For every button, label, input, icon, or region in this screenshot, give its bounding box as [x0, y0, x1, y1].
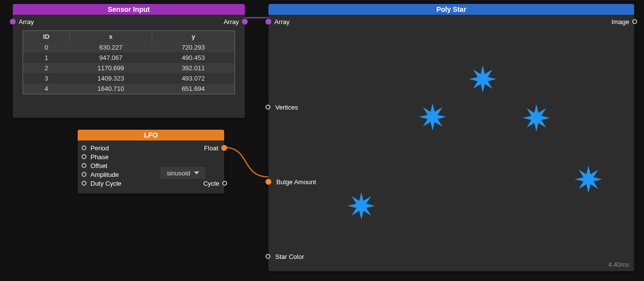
table-row: 31409.323493.072 — [23, 73, 234, 84]
port-label: Array — [221, 18, 242, 26]
table-cell: 2 — [23, 63, 70, 73]
port-vertices-in[interactable] — [265, 105, 270, 110]
port-offset-in[interactable] — [82, 163, 87, 168]
node-sensor-input[interactable]: Sensor Input Array Array ID x y — [13, 4, 245, 118]
port-float-out[interactable] — [221, 145, 227, 151]
star-icon — [468, 64, 498, 94]
node-poly-star[interactable]: Poly Star Array Image Vertices Bulge Amo… — [268, 4, 634, 271]
svg-marker-3 — [523, 104, 550, 132]
port-label: Period — [87, 144, 109, 152]
table-cell: 0 — [23, 42, 70, 53]
poly-star-preview — [327, 34, 624, 252]
port-array-in[interactable] — [265, 19, 271, 25]
port-label: Phase — [87, 153, 109, 161]
port-label: Image — [609, 18, 632, 26]
port-amplitude-in[interactable] — [82, 172, 87, 177]
table-cell: 1170.699 — [70, 63, 152, 73]
svg-marker-2 — [469, 65, 497, 93]
table-row: 0630.227720.293 — [23, 42, 234, 53]
table-cell: 630.227 — [70, 42, 152, 53]
port-label: Amplitude — [87, 171, 119, 178]
port-cycle-out[interactable] — [222, 181, 227, 186]
port-label: Array — [16, 18, 37, 26]
table-header-id: ID — [23, 31, 70, 42]
table-row: 41640.710651.694 — [23, 84, 234, 94]
port-label: Duty Cycle — [87, 180, 121, 187]
star-icon — [418, 102, 447, 132]
star-icon — [347, 191, 376, 221]
node-title: Sensor Input — [13, 4, 245, 15]
port-label: Star Color — [270, 253, 304, 260]
table-row: 21170.699392.011 — [23, 63, 234, 73]
table-cell: 1409.323 — [70, 73, 152, 84]
port-label: Vertices — [270, 104, 298, 111]
table-header-x: x — [70, 31, 152, 42]
lfo-input-row: Duty Cycle — [78, 179, 224, 188]
port-array-in[interactable] — [10, 19, 16, 25]
port-label: Array — [271, 18, 293, 26]
port-label: Float — [204, 144, 221, 152]
table-cell: 493.072 — [152, 73, 234, 84]
port-label: Cycle — [203, 180, 222, 187]
table-row: 1947.067490.453 — [23, 53, 234, 63]
table-cell: 1 — [23, 53, 70, 63]
svg-marker-0 — [348, 192, 375, 220]
table-cell: 720.293 — [152, 42, 234, 53]
sensor-data-table: ID x y 0630.227720.2931947.067490.453211… — [23, 30, 235, 94]
lfo-input-row: Period — [78, 143, 224, 152]
port-phase-in[interactable] — [82, 154, 87, 159]
chevron-down-icon — [194, 171, 199, 174]
port-duty-cycle-in[interactable] — [82, 181, 87, 186]
svg-marker-1 — [419, 103, 446, 131]
waveform-select[interactable]: sinusoid — [160, 167, 205, 179]
lfo-input-row: Phase — [78, 152, 224, 161]
table-header-y: y — [152, 31, 234, 42]
node-title: LFO — [78, 130, 224, 140]
table-cell: 490.453 — [152, 53, 234, 63]
table-cell: 4 — [23, 84, 70, 94]
table-cell: 392.011 — [152, 63, 234, 73]
table-cell: 947.067 — [70, 53, 152, 63]
render-time-label: 4.40ms — [608, 261, 629, 268]
table-cell: 651.694 — [152, 84, 234, 94]
star-icon — [574, 165, 603, 194]
star-icon — [522, 103, 551, 133]
port-period-in[interactable] — [82, 145, 87, 150]
svg-marker-4 — [575, 166, 602, 193]
port-image-out[interactable] — [632, 19, 637, 24]
port-array-out[interactable] — [242, 19, 248, 25]
port-label: Bulge Amount — [271, 178, 316, 186]
port-bulge-in[interactable] — [265, 179, 271, 185]
port-label: Offset — [87, 162, 107, 169]
table-cell: 1640.710 — [70, 84, 152, 94]
waveform-selected-value: sinusoid — [167, 169, 190, 177]
node-lfo[interactable]: LFO PeriodPhaseOffsetAmplitudeDuty Cycle… — [78, 130, 224, 194]
node-title: Poly Star — [268, 4, 634, 15]
table-cell: 3 — [23, 73, 70, 84]
port-color-in[interactable] — [265, 254, 270, 259]
